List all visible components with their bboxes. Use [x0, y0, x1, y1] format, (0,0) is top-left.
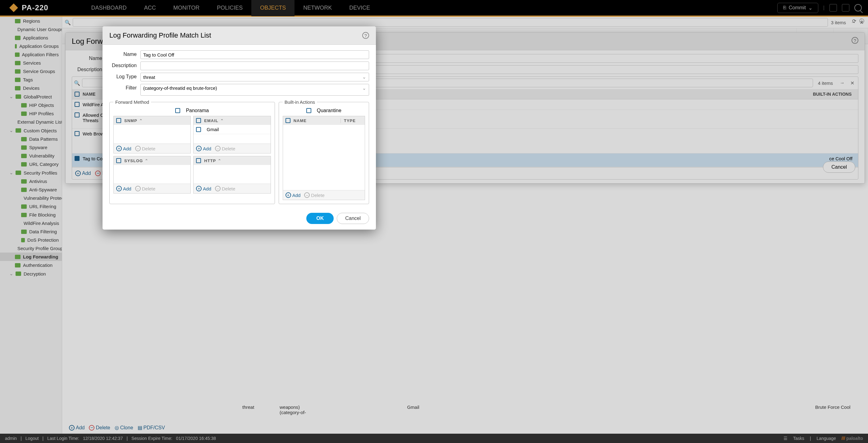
syslog-header: SYSLOG	[124, 158, 143, 163]
description-input[interactable]	[141, 62, 369, 70]
logtype-value: threat	[143, 74, 155, 80]
email-row-checkbox[interactable]	[196, 127, 201, 132]
panorama-label: Panorama	[186, 108, 209, 114]
syslog-add-button[interactable]: +Add	[116, 186, 131, 191]
builtin-table: NAME TYPE +Add −Delete	[283, 116, 365, 200]
chevron-down-icon: ⌄	[362, 86, 366, 91]
email-header: EMAIL	[204, 118, 218, 123]
sort-icon[interactable]: ⌃	[218, 158, 221, 163]
sort-icon[interactable]: ⌃	[220, 118, 224, 123]
ok-button[interactable]: OK	[306, 213, 334, 224]
modal-body: Name Description Log Type threat ⌄ Filte…	[102, 45, 376, 209]
help-icon[interactable]: ?	[362, 32, 369, 39]
http-add-button[interactable]: +Add	[196, 186, 211, 191]
email-row-label: Gmail	[207, 127, 219, 132]
quarantine-label: Quarantine	[317, 108, 341, 114]
builtin-col-name: NAME	[293, 118, 340, 123]
snmp-select-all[interactable]	[116, 118, 121, 123]
builtin-legend: Built-in Actions	[283, 99, 317, 105]
syslog-select-all[interactable]	[116, 158, 121, 163]
name-input[interactable]	[141, 50, 369, 59]
name-label: Name	[110, 50, 141, 57]
builtin-delete-button[interactable]: −Delete	[304, 192, 324, 198]
modal-title: Log Forwarding Profile Match List	[110, 31, 211, 39]
chevron-down-icon: ⌄	[362, 74, 366, 80]
modal-header: Log Forwarding Profile Match List ?	[102, 26, 376, 45]
email-row[interactable]: Gmail	[193, 125, 270, 134]
email-add-button[interactable]: +Add	[196, 146, 211, 151]
quarantine-checkbox[interactable]	[306, 108, 311, 113]
snmp-header: SNMP	[124, 118, 137, 123]
panels-row: Forward Method Panorama SNMP⌃ +Add −Dele	[110, 98, 369, 204]
email-select-all[interactable]	[196, 118, 201, 123]
email-table: EMAIL⌃ Gmail +Add −Delete	[193, 116, 271, 154]
cancel-button[interactable]: Cancel	[337, 213, 369, 224]
logtype-select[interactable]: threat ⌄	[141, 73, 369, 82]
http-table: HTTP⌃ +Add −Delete	[193, 156, 271, 194]
panorama-checkbox[interactable]	[175, 108, 180, 113]
filter-input[interactable]: (category-of-threatid eq brute-force) ⌄	[141, 84, 369, 96]
modal-footer: OK Cancel	[102, 209, 376, 229]
forward-method-fieldset: Forward Method Panorama SNMP⌃ +Add −Dele	[110, 99, 275, 204]
snmp-table: SNMP⌃ +Add −Delete	[114, 116, 191, 154]
snmp-delete-button[interactable]: −Delete	[135, 146, 155, 151]
modal-overlay: Log Forwarding Profile Match List ? Name…	[0, 0, 868, 443]
match-list-modal: Log Forwarding Profile Match List ? Name…	[102, 26, 376, 229]
description-label: Description	[110, 62, 141, 68]
http-delete-button[interactable]: −Delete	[215, 186, 235, 191]
snmp-add-button[interactable]: +Add	[116, 146, 131, 151]
sort-icon[interactable]: ⌃	[145, 158, 149, 163]
filter-value: (category-of-threatid eq brute-force)	[143, 86, 217, 91]
http-header: HTTP	[204, 158, 216, 163]
syslog-delete-button[interactable]: −Delete	[135, 186, 155, 191]
syslog-table: SYSLOG⌃ +Add −Delete	[114, 156, 191, 194]
builtin-add-button[interactable]: +Add	[285, 192, 301, 198]
builtin-actions-fieldset: Built-in Actions Quarantine NAME TYPE	[279, 99, 369, 204]
builtin-select-all[interactable]	[285, 118, 290, 123]
http-select-all[interactable]	[196, 158, 201, 163]
filter-label: Filter	[110, 84, 141, 91]
sort-icon[interactable]: ⌃	[139, 118, 143, 123]
logtype-label: Log Type	[110, 73, 141, 80]
builtin-col-type: TYPE	[340, 118, 362, 123]
forward-method-legend: Forward Method	[114, 99, 151, 105]
email-delete-button[interactable]: −Delete	[215, 146, 235, 151]
